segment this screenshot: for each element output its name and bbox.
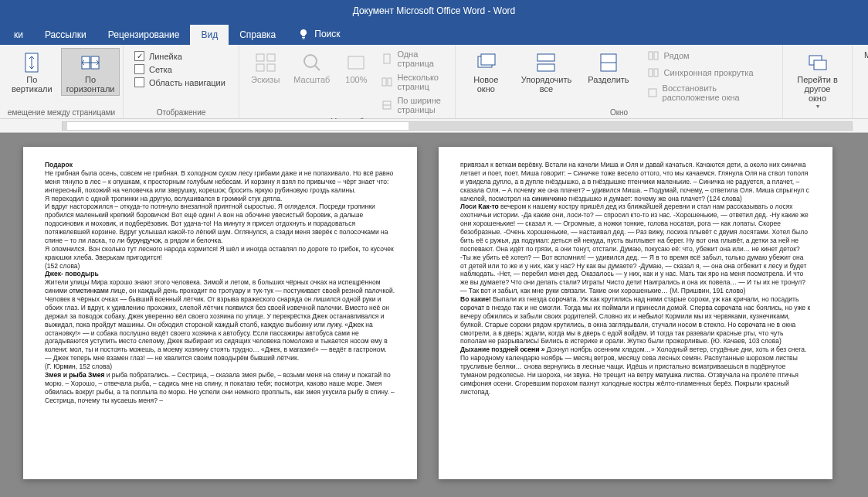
- svg-rect-6: [267, 64, 275, 71]
- horizontal-icon: [78, 50, 103, 75]
- group-show: Отображение: [130, 108, 232, 117]
- heading: Джек- поводырь: [45, 270, 99, 277]
- spellcheck-error[interactable]: рыба Змея: [69, 371, 104, 379]
- tab-search[interactable]: Поиск: [287, 23, 351, 45]
- svg-rect-20: [649, 69, 653, 77]
- spellcheck-error[interactable]: бурундучок: [127, 237, 161, 244]
- document-area[interactable]: Подарок Не грибная была осень, совсем не…: [0, 133, 868, 497]
- spellcheck-error[interactable]: осени »: [520, 346, 545, 353]
- group-window: Окно: [462, 108, 776, 117]
- sync-scroll-icon: [647, 66, 659, 79]
- sync-scroll-button[interactable]: Синхронная прокрутка: [643, 65, 776, 80]
- tab-help[interactable]: Справка: [229, 25, 287, 45]
- tab-mailings[interactable]: Рассылки: [34, 25, 97, 45]
- svg-rect-9: [384, 54, 390, 63]
- svg-rect-5: [256, 64, 264, 71]
- page-width-icon: [381, 99, 392, 111]
- svg-rect-19: [654, 52, 658, 60]
- new-window-icon: [473, 50, 498, 75]
- vertical-icon: [19, 50, 44, 75]
- multi-page-button[interactable]: Несколько страниц: [377, 71, 449, 93]
- one-page-icon: [381, 53, 392, 65]
- svg-rect-15: [537, 54, 554, 61]
- page-2[interactable]: привязал к веткам верёвку. Встали на кач…: [439, 147, 832, 479]
- spellcheck-error[interactable]: она: [724, 262, 735, 270]
- tab-ki[interactable]: ки: [3, 25, 34, 45]
- thumbnails-button[interactable]: Эскизы: [246, 48, 285, 87]
- macros-button[interactable]: М: [859, 48, 868, 62]
- spellcheck-error[interactable]: сининчкино: [532, 195, 567, 203]
- page-1[interactable]: Подарок Не грибная была осень, совсем не…: [23, 147, 417, 479]
- title-bar: Документ Microsoft Office Word - Word: [0, 0, 868, 22]
- arrange-all-icon: [534, 50, 558, 75]
- zoom-icon: [300, 50, 324, 75]
- tab-review[interactable]: Рецензирование: [97, 25, 191, 45]
- svg-rect-22: [649, 89, 656, 97]
- app-title: Документ Microsoft Office Word - Word: [353, 5, 516, 16]
- chevron-down-icon: ▾: [816, 103, 819, 110]
- vertical-button[interactable]: По вертикали: [6, 48, 58, 96]
- checkbox-icon: [134, 77, 144, 87]
- arrange-all-button[interactable]: Упорядочить все: [514, 48, 580, 96]
- svg-rect-10: [382, 78, 386, 86]
- ribbon-tabs: ки Рассылки Рецензирование Вид Справка П…: [0, 22, 868, 45]
- svg-point-7: [304, 55, 317, 67]
- checkbox-icon: [134, 64, 144, 74]
- split-button[interactable]: Разделить: [582, 48, 634, 87]
- checkbox-checked-icon: ✓: [134, 51, 144, 61]
- heading: Подарок: [45, 161, 73, 169]
- spellcheck-error[interactable]: Юрмин: [53, 363, 76, 370]
- ruler-checkbox[interactable]: ✓ Линейка: [134, 51, 225, 61]
- spellcheck-error[interactable]: Как-то: [478, 203, 498, 210]
- reset-position-button[interactable]: Восстановить расположение окна: [643, 82, 776, 104]
- hundred-icon: [344, 50, 368, 75]
- svg-rect-24: [814, 60, 826, 70]
- tab-view[interactable]: Вид: [190, 25, 229, 45]
- reset-position-icon: [647, 87, 658, 99]
- lightbulb-icon: [297, 28, 310, 40]
- svg-rect-14: [481, 54, 495, 65]
- page-width-button[interactable]: По ширине страницы: [377, 94, 449, 116]
- side-by-side-button[interactable]: Рядом: [643, 48, 776, 63]
- new-window-button[interactable]: Новое окно: [462, 48, 510, 96]
- navpane-checkbox[interactable]: Область навигации: [134, 77, 225, 87]
- spellcheck-error[interactable]: сорочата: [714, 304, 742, 311]
- svg-rect-16: [537, 64, 554, 71]
- spellcheck-error[interactable]: отметинками: [69, 287, 108, 294]
- spellcheck-error[interactable]: матушка: [656, 371, 682, 379]
- svg-rect-8: [348, 56, 364, 69]
- svg-rect-3: [256, 54, 264, 61]
- thumbnails-icon: [253, 50, 278, 75]
- spellcheck-error[interactable]: сорочата: [548, 295, 576, 303]
- horizontal-ruler[interactable]: [0, 119, 868, 133]
- svg-rect-11: [388, 78, 392, 86]
- spellcheck-error[interactable]: небыло: [639, 312, 662, 320]
- ribbon: По вертикали По горизонтали емещение меж…: [0, 45, 868, 119]
- one-page-button[interactable]: Одна страница: [377, 48, 449, 70]
- spellcheck-error[interactable]: сорочата: [738, 321, 766, 328]
- hundred-button[interactable]: 100%: [338, 48, 374, 87]
- zoom-button[interactable]: Масштаб: [288, 48, 335, 87]
- group-move: емещение между страницами: [6, 108, 117, 117]
- switch-window-button[interactable]: Перейти в другое окно ▾: [789, 48, 846, 112]
- svg-rect-4: [267, 54, 275, 61]
- svg-rect-21: [654, 69, 658, 77]
- spellcheck-error[interactable]: сорочат: [460, 304, 484, 311]
- horizontal-button[interactable]: По горизонтали: [61, 48, 120, 96]
- multi-page-icon: [381, 76, 392, 88]
- side-by-side-icon: [647, 49, 659, 62]
- switch-window-icon: [805, 50, 830, 75]
- split-icon: [596, 50, 621, 75]
- grid-checkbox[interactable]: Сетка: [134, 64, 225, 74]
- svg-rect-18: [649, 52, 653, 60]
- heading: Во какие!: [460, 295, 491, 303]
